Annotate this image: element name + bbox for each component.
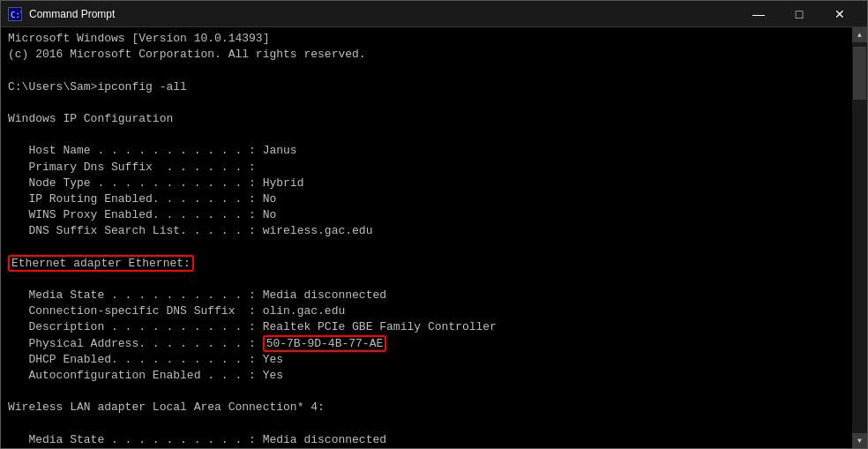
line-dhcp: DHCP Enabled. . . . . . . . . . : Yes xyxy=(8,353,283,366)
close-button[interactable]: ✕ xyxy=(819,1,860,27)
window-controls: — □ ✕ xyxy=(738,1,860,27)
app-icon: C:\ xyxy=(8,7,22,21)
window-title: Command Prompt xyxy=(29,8,738,20)
scroll-track[interactable] xyxy=(852,42,867,433)
terminal-text: Microsoft Windows [Version 10.0.14393] (… xyxy=(8,31,845,448)
line-2: (c) 2016 Microsoft Corporation. All righ… xyxy=(8,48,366,61)
line-desc: Description . . . . . . . . . . : Realte… xyxy=(8,320,497,333)
ethernet-header: Ethernet adapter Ethernet: xyxy=(8,255,194,272)
line-5: Host Name . . . . . . . . . . . : Janus xyxy=(8,144,297,157)
svg-text:C:\: C:\ xyxy=(11,11,21,19)
line-media: Media State . . . . . . . . . . : Media … xyxy=(8,288,386,302)
line-mac: Physical Address. . . . . . . . : 50-7B-… xyxy=(8,335,386,352)
scroll-thumb[interactable] xyxy=(853,47,866,100)
line-8: IP Routing Enabled. . . . . . . : No xyxy=(8,192,276,206)
line-autoconf: Autoconfiguration Enabled . . . : Yes xyxy=(8,369,283,382)
minimize-button[interactable]: — xyxy=(738,1,779,27)
line-media2: Media State . . . . . . . . . . : Media … xyxy=(8,433,386,446)
line-dns: Connection-specific DNS Suffix : olin.ga… xyxy=(8,304,345,318)
line-10: DNS Suffix Search List. . . . . : wirele… xyxy=(8,224,372,237)
line-1: Microsoft Windows [Version 10.0.14393] xyxy=(8,32,269,45)
line-6: Primary Dns Suffix . . . . . . : xyxy=(8,161,263,174)
content-area: Microsoft Windows [Version 10.0.14393] (… xyxy=(1,27,867,448)
scroll-down-arrow[interactable]: ▼ xyxy=(852,433,867,448)
line-3: C:\Users\Sam>ipconfig -all xyxy=(8,80,187,94)
wireless-header: Wireless LAN adapter Local Area Connecti… xyxy=(8,400,325,414)
line-7: Node Type . . . . . . . . . . . : Hybrid xyxy=(8,176,303,190)
line-9: WINS Proxy Enabled. . . . . . . : No xyxy=(8,208,276,221)
line-4: Windows IP Configuration xyxy=(8,112,173,125)
scrollbar[interactable]: ▲ ▼ xyxy=(852,27,867,448)
maximize-button[interactable]: □ xyxy=(779,1,819,27)
terminal-output[interactable]: Microsoft Windows [Version 10.0.14393] (… xyxy=(1,27,852,448)
cmd-window: C:\ Command Prompt — □ ✕ Microsoft Windo… xyxy=(0,0,868,449)
scroll-up-arrow[interactable]: ▲ xyxy=(852,27,867,42)
title-bar: C:\ Command Prompt — □ ✕ xyxy=(1,1,867,27)
